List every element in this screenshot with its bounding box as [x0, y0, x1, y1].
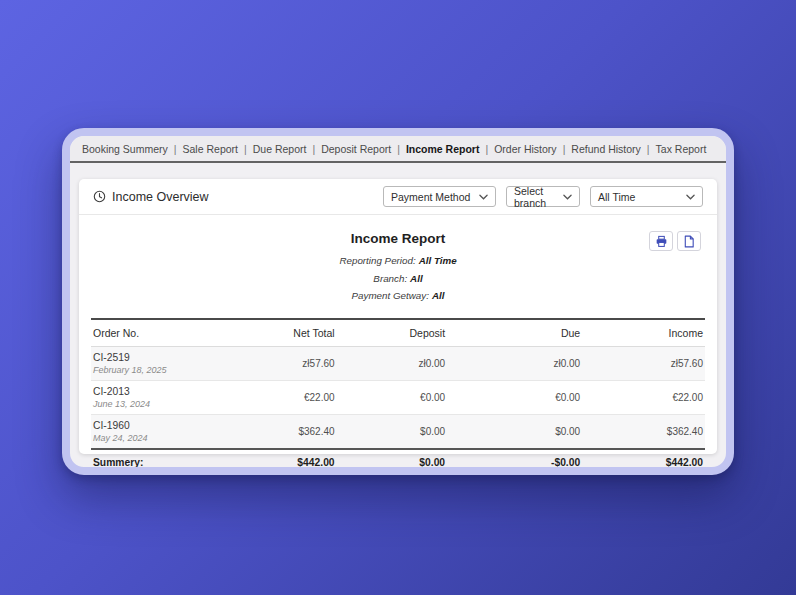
tab-order-history[interactable]: Order History	[492, 143, 558, 155]
income-overview-panel: Income Overview Payment Method Select br…	[79, 179, 717, 454]
col-income: Income	[582, 319, 705, 347]
tab-deposit-report[interactable]: Deposit Report	[319, 143, 393, 155]
chevron-down-icon	[479, 194, 488, 200]
report-card-inner: Booking Summery | Sale Report | Due Repo…	[70, 136, 726, 467]
net-total-cell: $362.40	[232, 414, 336, 449]
export-document-icon	[683, 235, 695, 248]
income-cell: €22.00	[582, 380, 705, 414]
order-number: CI-1960	[93, 420, 230, 431]
table-header-row: Order No. Net Total Deposit Due Income	[91, 319, 705, 347]
order-number: CI-2519	[93, 352, 230, 363]
reporting-period-value: All Time	[419, 255, 457, 266]
branch-line: Branch:All	[93, 273, 703, 284]
order-date: February 18, 2025	[93, 365, 230, 375]
payment-gateway-line: Payment Getway:All	[93, 290, 703, 301]
table-row: CI-2519 February 18, 2025 zł57.60 zł0.00…	[91, 346, 705, 380]
card-content: Income Overview Payment Method Select br…	[70, 163, 726, 467]
deposit-cell: $0.00	[337, 414, 448, 449]
order-date: May 24, 2024	[93, 433, 230, 443]
print-button[interactable]	[649, 231, 673, 251]
payment-gateway-label: Payment Getway:	[352, 290, 429, 301]
net-total-cell: €22.00	[232, 380, 336, 414]
export-button[interactable]	[677, 231, 701, 251]
chevron-down-icon	[563, 194, 572, 200]
order-number: CI-2013	[93, 386, 230, 397]
summary-deposit: $0.00	[337, 449, 448, 468]
payment-gateway-value: All	[432, 290, 445, 301]
income-table: Order No. Net Total Deposit Due Income C…	[91, 318, 705, 468]
tab-income-report[interactable]: Income Report	[404, 143, 482, 155]
income-cell: $362.40	[582, 414, 705, 449]
report-nav-bar: Booking Summery | Sale Report | Due Repo…	[70, 136, 726, 163]
tab-separator: |	[312, 143, 315, 155]
tab-tax-report[interactable]: Tax Report	[654, 143, 709, 155]
branch-label: Branch:	[373, 273, 407, 284]
table-row: CI-2013 June 13, 2024 €22.00 €0.00 €0.00…	[91, 380, 705, 414]
tab-separator: |	[647, 143, 650, 155]
report-card: Booking Summery | Sale Report | Due Repo…	[62, 128, 734, 475]
tab-refund-history[interactable]: Refund History	[569, 143, 642, 155]
col-due: Due	[447, 319, 582, 347]
report-actions	[649, 231, 701, 251]
order-date: June 13, 2024	[93, 399, 230, 409]
due-cell: zł0.00	[447, 346, 582, 380]
summary-label: Summery:	[91, 449, 232, 468]
tab-separator: |	[244, 143, 247, 155]
branch-meta-value: All	[410, 273, 423, 284]
branch-select[interactable]: Select branch	[506, 186, 580, 207]
due-cell: €0.00	[447, 380, 582, 414]
income-table-wrap: Order No. Net Total Deposit Due Income C…	[79, 318, 717, 468]
due-cell: $0.00	[447, 414, 582, 449]
tab-separator: |	[174, 143, 177, 155]
reporting-period-line: Reporting Period:All Time	[93, 255, 703, 266]
reporting-period-label: Reporting Period:	[339, 255, 415, 266]
net-total-cell: zł57.60	[232, 346, 336, 380]
summary-net-total: $442.00	[232, 449, 336, 468]
branch-value: Select branch	[514, 185, 558, 209]
table-row: CI-1960 May 24, 2024 $362.40 $0.00 $0.00…	[91, 414, 705, 449]
clock-icon	[93, 190, 106, 203]
tab-sale-report[interactable]: Sale Report	[181, 143, 240, 155]
chevron-down-icon	[686, 194, 695, 200]
panel-title: Income Overview	[112, 190, 209, 204]
payment-method-select[interactable]: Payment Method	[383, 186, 496, 207]
col-net-total: Net Total	[232, 319, 336, 347]
summary-row: Summery: $442.00 $0.00 -$0.00 $442.00	[91, 449, 705, 468]
deposit-cell: €0.00	[337, 380, 448, 414]
filter-group: Payment Method Select branch All Time	[383, 186, 703, 207]
income-cell: zł57.60	[582, 346, 705, 380]
col-order-no: Order No.	[91, 319, 232, 347]
col-deposit: Deposit	[337, 319, 448, 347]
summary-due: -$0.00	[447, 449, 582, 468]
tab-due-report[interactable]: Due Report	[251, 143, 309, 155]
report-title: Income Report	[93, 231, 703, 246]
time-range-value: All Time	[598, 191, 635, 203]
income-overview-toolbar: Income Overview Payment Method Select br…	[79, 179, 717, 215]
tab-booking-summery[interactable]: Booking Summery	[80, 143, 170, 155]
time-range-select[interactable]: All Time	[590, 186, 703, 207]
tab-separator: |	[397, 143, 400, 155]
printer-icon	[655, 235, 668, 248]
payment-method-value: Payment Method	[391, 191, 470, 203]
deposit-cell: zł0.00	[337, 346, 448, 380]
tab-separator: |	[485, 143, 488, 155]
summary-income: $442.00	[582, 449, 705, 468]
report-header: Income Report Reporting Period:All Time …	[79, 215, 717, 318]
tab-separator: |	[563, 143, 566, 155]
